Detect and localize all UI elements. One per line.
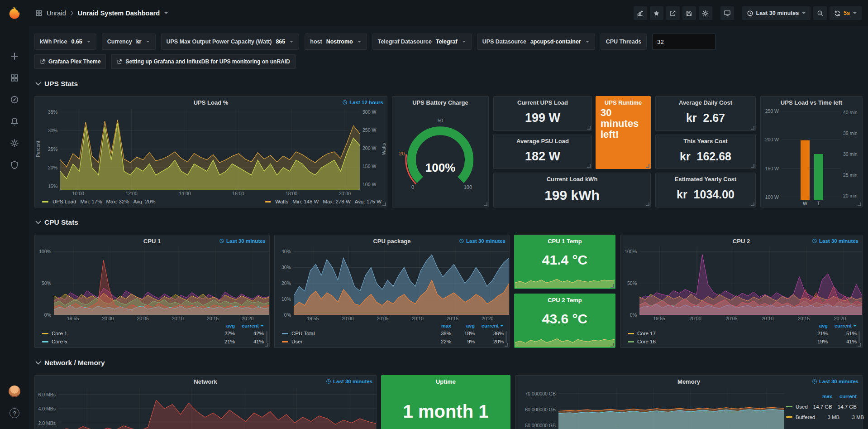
legend-sort-max[interactable]: max [428,323,451,328]
link-ups-monitoring-guide[interactable]: Setting up Grafana and InfluxDB for UPS … [111,54,295,69]
panel-memory-chart: Memory Last 30 minutes 70.000000 GB60.00… [515,375,863,429]
breadcrumb-dashboard-name[interactable]: Unraid System Dashboard [78,10,160,17]
cpu2-plot[interactable] [639,247,862,315]
panel-title[interactable]: Estimated Yearly Cost [656,173,755,183]
add-panel-button[interactable] [634,6,647,20]
create-plus-icon[interactable] [10,52,19,61]
dashboard-settings-button[interactable] [699,6,712,20]
section-cpu-stats[interactable]: CPU Stats [29,216,868,229]
legend-series-watts[interactable]: Watts Min: 148 W Max: 278 W Avg: 175 W [265,199,382,204]
zoom-out-button[interactable] [813,6,827,20]
cycle-view-mode-button[interactable] [720,6,734,20]
ups-bar-plot[interactable] [782,108,840,200]
configuration-gear-icon[interactable] [10,139,19,148]
panel-title[interactable]: Average PSU Load [494,135,591,145]
panel-title[interactable]: CPU 2 [733,238,750,245]
refresh-picker[interactable]: 5s [830,6,862,20]
memory-plot[interactable] [558,387,784,429]
legend-scrollbar[interactable] [266,331,267,343]
panel-title[interactable]: CPU package [373,238,410,245]
share-dashboard-button[interactable] [666,6,680,20]
panel-time-range-badge: Last 30 minutes [459,235,506,247]
legend-series-toggle[interactable]: Core 5 [42,339,210,344]
legend-sort-avg[interactable]: avg [802,323,828,328]
series-color-dash [42,333,48,334]
cpu1-plot[interactable] [54,247,269,315]
variable-ups-datasource[interactable]: UPS Datasource apcupsd-container [477,34,595,50]
breadcrumb-folder[interactable]: Unraid [47,10,66,17]
panel-title[interactable]: Average Daily Cost [656,96,755,106]
panel-header: UPS Load vs Time left [761,96,862,108]
legend-series-toggle[interactable]: Buffered [786,415,815,420]
panel-title[interactable]: UPS Battery Charge [412,99,468,106]
section-network-memory[interactable]: Network / Memory [29,356,868,370]
cpu-package-plot[interactable] [294,247,509,315]
legend-sort-current[interactable]: current [828,323,857,328]
link-grafana-plex-theme[interactable]: Grafana Plex Theme [34,54,106,69]
panel-title[interactable]: Memory [677,378,700,385]
legend-sort-current[interactable]: current [832,394,857,399]
dashboards-icon[interactable] [10,73,19,82]
stat-value: 1 month 1 [382,401,510,422]
panel-title[interactable]: CPU 1 [143,238,161,245]
series-color-dash [282,341,288,342]
variable-currency[interactable]: Currency kr [102,34,156,50]
panel-title[interactable]: CPU 2 Temp [515,294,615,304]
panel-title[interactable]: UPS Load % [194,99,229,106]
legend-sort-current[interactable]: current [235,323,264,328]
variable-ups-max-output[interactable]: UPS Max Output Power Capacity (Watt) 865 [161,34,300,50]
help-icon[interactable]: ? [10,408,19,418]
variable-telegraf-datasource[interactable]: Telegraf Datasource Telegraf [372,34,472,50]
legend-scrollbar[interactable] [858,331,860,343]
panel-title[interactable]: CPU 1 Temp [515,235,615,245]
mark-favorite-star-button[interactable] [650,6,663,20]
variable-value: 0.65 [71,39,82,45]
panel-cpu1-temp: CPU 1 Temp 41.4 °C [514,235,615,289]
grafana-logo-icon[interactable] [8,0,21,26]
panel-time-range-badge: Last 30 minutes [812,376,858,387]
legend-series-toggle[interactable]: CPU Total [282,331,428,336]
series-color-dash [42,201,48,202]
legend-series-ups-load[interactable]: UPS Load Min: 17% Max: 32% Avg: 20% [42,199,156,204]
variable-label: UPS Max Output Power Capacity (Watt) [167,39,272,45]
legend-series-toggle[interactable]: Used [786,404,808,410]
series-color-dash [786,416,792,418]
legend-scrollbar[interactable] [506,331,507,343]
panel-title[interactable]: Uptime [382,376,510,385]
legend-series-toggle[interactable]: Core 17 [628,331,802,336]
panel-title[interactable]: Current UPS Load [494,96,591,106]
alerting-bell-icon[interactable] [10,117,19,126]
legend-sort-avg[interactable]: avg [451,323,475,328]
panel-title[interactable]: Network [194,378,217,385]
legend-series-toggle[interactable]: Core 16 [628,339,802,344]
panel-current-ups-load: Current UPS Load 199 W [493,96,592,131]
save-dashboard-button[interactable] [682,6,696,20]
dashboard-dropdown-caret-icon[interactable] [164,12,168,14]
network-plot[interactable] [58,387,376,429]
variable-host[interactable]: host Nostromo [305,34,367,50]
panel-title[interactable]: This Years Cost [656,135,755,145]
section-title: CPU Stats [44,218,78,227]
explore-compass-icon[interactable] [10,95,19,104]
time-range-picker[interactable]: Last 30 minutes [742,6,811,20]
cpu-temp-column: CPU 1 Temp 41.4 °C CPU 2 Temp 43.6 °C [514,235,615,348]
cpu-threads-input[interactable] [652,34,715,50]
legend-series-toggle[interactable]: Core 1 [42,331,210,336]
x-axis-ticks: 19:5520:0020:0520:1020:1520:20 [639,315,858,322]
ups-load-plot[interactable] [60,108,360,190]
legend-sort-max[interactable]: max [808,394,832,399]
legend-sort-current[interactable]: current [475,323,504,328]
link-label: Setting up Grafana and InfluxDB for UPS … [125,58,290,65]
user-avatar[interactable] [9,386,20,397]
cpu2-temp-sparkline [515,333,615,347]
panel-title[interactable]: UPS Runtime [596,96,650,106]
panel-title[interactable]: Current Load kWh [494,173,650,183]
variable-value: 865 [276,39,285,45]
dashboard-cube-icon [35,10,43,17]
section-ups-stats[interactable]: UPS Stats [29,77,868,91]
panel-title[interactable]: UPS Load vs Time left [781,99,842,106]
variable-kwh-price[interactable]: kWh Price 0.65 [34,34,96,50]
legend-sort-avg[interactable]: avg [210,323,235,328]
legend-series-toggle[interactable]: User [282,339,428,344]
server-admin-shield-icon[interactable] [10,160,19,169]
